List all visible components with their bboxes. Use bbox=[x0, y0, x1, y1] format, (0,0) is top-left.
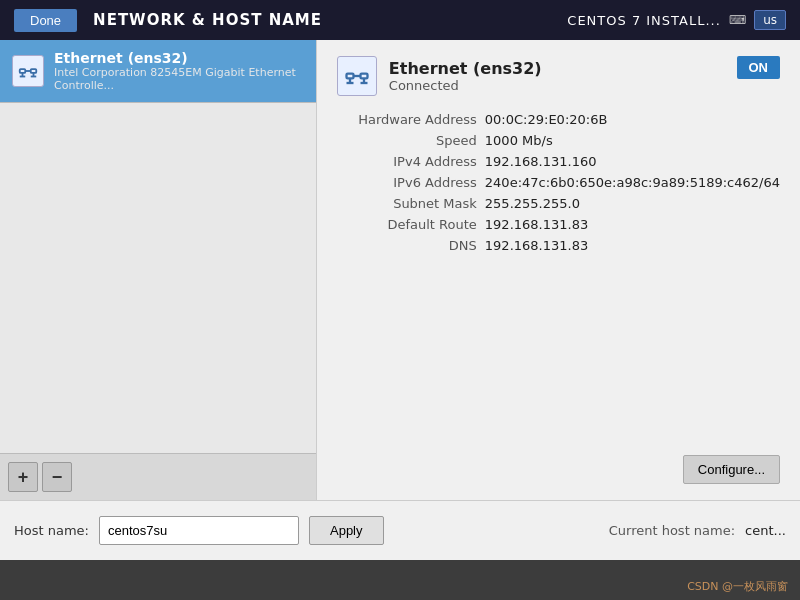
interface-desc: Intel Corporation 82545EM Gigabit Ethern… bbox=[54, 66, 304, 92]
top-bar: Done NETWORK & HOST NAME CENTOS 7 INSTAL… bbox=[0, 0, 800, 40]
default-route-label: Default Route bbox=[337, 217, 477, 232]
ipv6-label: IPv6 Address bbox=[337, 175, 477, 190]
keyboard-icon: ⌨ bbox=[729, 13, 746, 27]
hardware-address-value: 00:0C:29:E0:20:6B bbox=[485, 112, 780, 127]
interface-name: Ethernet (ens32) bbox=[54, 50, 304, 66]
done-button[interactable]: Done bbox=[14, 9, 77, 32]
page-title: NETWORK & HOST NAME bbox=[93, 11, 322, 29]
watermark: CSDN @一枚风雨窗 bbox=[687, 579, 788, 594]
interface-actions: + − bbox=[0, 453, 316, 500]
detail-title-group: Ethernet (ens32) Connected bbox=[389, 59, 542, 93]
network-panel: Ethernet (ens32) Intel Corporation 82545… bbox=[0, 40, 800, 500]
host-name-input[interactable] bbox=[99, 516, 299, 545]
lang-selector[interactable]: us bbox=[754, 10, 786, 30]
detail-title: Ethernet (ens32) bbox=[389, 59, 542, 78]
interface-empty bbox=[0, 103, 316, 453]
detail-header-left: Ethernet (ens32) Connected bbox=[337, 56, 542, 96]
ipv4-label: IPv4 Address bbox=[337, 154, 477, 169]
configure-button[interactable]: Configure... bbox=[683, 455, 780, 484]
interface-item-text: Ethernet (ens32) Intel Corporation 82545… bbox=[54, 50, 304, 92]
detail-status: Connected bbox=[389, 78, 542, 93]
toggle-button[interactable]: ON bbox=[737, 56, 781, 79]
interface-item[interactable]: Ethernet (ens32) Intel Corporation 82545… bbox=[0, 40, 316, 103]
remove-interface-button[interactable]: − bbox=[42, 462, 72, 492]
install-label: CENTOS 7 INSTALL... bbox=[567, 13, 721, 28]
current-host-value: cent... bbox=[745, 523, 786, 538]
detail-header: Ethernet (ens32) Connected ON bbox=[337, 56, 780, 96]
svg-rect-7 bbox=[346, 74, 353, 79]
main-content: Ethernet (ens32) Intel Corporation 82545… bbox=[0, 40, 800, 560]
subnet-value: 255.255.255.0 bbox=[485, 196, 780, 211]
dns-label: DNS bbox=[337, 238, 477, 253]
ipv6-value: 240e:47c:6b0:650e:a98c:9a89:5189:c462/64 bbox=[485, 175, 780, 190]
ipv4-value: 192.168.131.160 bbox=[485, 154, 780, 169]
top-bar-left: Done NETWORK & HOST NAME bbox=[14, 9, 322, 32]
top-bar-right: CENTOS 7 INSTALL... ⌨ us bbox=[567, 10, 786, 30]
host-name-label: Host name: bbox=[14, 523, 89, 538]
interface-list: Ethernet (ens32) Intel Corporation 82545… bbox=[0, 40, 317, 500]
speed-value: 1000 Mb/s bbox=[485, 133, 780, 148]
info-table: Hardware Address 00:0C:29:E0:20:6B Speed… bbox=[337, 112, 780, 253]
bottom-bar: Host name: Apply Current host name: cent… bbox=[0, 500, 800, 560]
interface-icon bbox=[12, 55, 44, 87]
dns-value: 192.168.131.83 bbox=[485, 238, 780, 253]
current-host-label: Current host name: bbox=[609, 523, 735, 538]
detail-panel: Ethernet (ens32) Connected ON Hardware A… bbox=[317, 40, 800, 500]
svg-rect-1 bbox=[31, 69, 37, 73]
svg-rect-8 bbox=[360, 74, 367, 79]
speed-label: Speed bbox=[337, 133, 477, 148]
subnet-label: Subnet Mask bbox=[337, 196, 477, 211]
svg-rect-0 bbox=[20, 69, 26, 73]
apply-button[interactable]: Apply bbox=[309, 516, 384, 545]
add-interface-button[interactable]: + bbox=[8, 462, 38, 492]
detail-icon bbox=[337, 56, 377, 96]
hardware-address-label: Hardware Address bbox=[337, 112, 477, 127]
default-route-value: 192.168.131.83 bbox=[485, 217, 780, 232]
